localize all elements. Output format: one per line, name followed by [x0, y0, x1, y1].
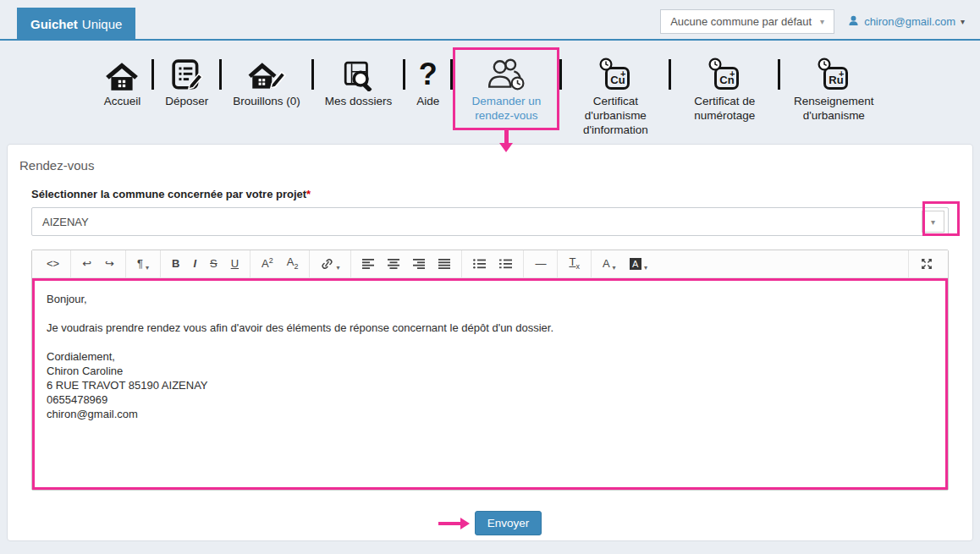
toolbar-group: — — [523, 250, 557, 277]
editor-text-line: chiron@gmail.com — [47, 407, 933, 421]
subscript-icon[interactable]: A2 — [280, 254, 306, 273]
italic-icon[interactable]: I — [186, 255, 203, 272]
nav-item-certificat-urbanisme-information[interactable]: Cu+Certificat d'urbanisme d'information — [562, 47, 669, 142]
nav-item-mes-dossiers[interactable]: Mes dossiers — [314, 47, 404, 113]
default-commune-value: Aucune commune par défaut — [670, 15, 812, 28]
toolbar-group: ▾ — [309, 250, 350, 277]
align-left-icon[interactable] — [355, 256, 381, 272]
nav-item-label: Brouillons (0) — [233, 95, 300, 109]
commune-select[interactable]: AIZENAY ▾ — [31, 207, 949, 236]
toolbar-right — [908, 250, 944, 277]
cert-icon: Ru+ — [817, 52, 851, 91]
app-header: Guichet Unique Aucune commune par défaut… — [0, 0, 980, 41]
nav-item-label: Aide — [416, 95, 439, 109]
font-color-icon[interactable]: A▾ — [596, 255, 623, 272]
annotation-arrow-send — [438, 518, 470, 529]
align-right-icon[interactable] — [406, 256, 432, 272]
user-email: chiron@gmail.com — [864, 15, 955, 28]
nav-item-aide[interactable]: ?Aide — [405, 47, 450, 113]
rendez-vous-panel: Rendez-vous Sélectionner la commune conc… — [7, 144, 973, 541]
link-icon[interactable]: ▾ — [314, 255, 346, 272]
brand-bold: Guichet — [30, 17, 78, 31]
toolbar-group: ¶▾ — [125, 250, 160, 277]
undo-icon[interactable]: ↩ — [75, 255, 98, 272]
header-right: Aucune commune par défaut ▾ chiron@gmail… — [660, 9, 965, 34]
toolbar-group: Tx — [557, 250, 590, 277]
people-clock-icon — [485, 52, 527, 91]
main-nav: AccueilDéposerBrouillons (0)Mes dossiers… — [0, 41, 980, 144]
editor-text-line: Cordialement, — [47, 349, 933, 364]
user-icon — [848, 15, 859, 29]
annotation-arrow-nav — [499, 130, 513, 152]
clear-format-icon[interactable]: Tx — [562, 254, 586, 273]
plan-magnifier-icon — [342, 52, 376, 91]
send-button[interactable]: Envoyer — [475, 511, 542, 535]
form-pencil-icon — [171, 52, 203, 91]
toolbar-group: A▾A▾ — [591, 250, 658, 277]
editor-text-line: Je voudrais prendre rendez vous afin d'a… — [47, 321, 933, 335]
nav-item-accueil[interactable]: Accueil — [93, 47, 152, 113]
strikethrough-icon[interactable]: S — [203, 255, 224, 272]
unordered-list-icon[interactable] — [466, 256, 493, 272]
home-icon — [104, 52, 140, 91]
toolbar-group — [461, 250, 523, 277]
page-title: Rendez-vous — [19, 158, 949, 173]
paragraph-style-icon[interactable]: ¶▾ — [130, 255, 156, 272]
message-editor: <>↩↪¶▾BISUA2A2▾—TxA▾A▾ Bonjour, Je voudr… — [31, 250, 949, 491]
editor-text-line: Chiron Caroline — [47, 364, 933, 378]
chevron-down-icon: ▾ — [820, 17, 824, 26]
align-justify-icon[interactable] — [432, 256, 457, 272]
toolbar-group: ↩↪ — [70, 250, 125, 277]
underline-icon[interactable]: U — [224, 255, 245, 272]
nav-item-label: Déposer — [165, 95, 208, 109]
required-marker: * — [306, 188, 311, 200]
nav-item-label: Certificat d'urbanisme d'information — [573, 95, 658, 138]
superscript-icon[interactable]: A2 — [255, 255, 280, 273]
nav-item-renseignement-urbanisme[interactable]: Ru+Renseignement d'urbanisme — [780, 47, 887, 128]
editor-text-line — [47, 306, 933, 321]
nav-item-label: Certificat de numérotage — [682, 95, 767, 123]
ordered-list-icon[interactable] — [493, 256, 519, 272]
question-mark-icon: ? — [419, 52, 438, 91]
nav-item-label: Mes dossiers — [325, 95, 393, 109]
chevron-down-icon: ▾ — [931, 217, 935, 227]
editor-text-line — [47, 335, 933, 349]
commune-field-label-text: Sélectionner la commune concernée par vo… — [31, 188, 306, 200]
send-row: Envoyer — [31, 511, 949, 535]
default-commune-dropdown[interactable]: Aucune commune par défaut ▾ — [660, 9, 834, 34]
redo-icon[interactable]: ↪ — [98, 255, 121, 272]
nav-item-deposer[interactable]: Déposer — [154, 47, 219, 113]
commune-field-label: Sélectionner la commune concernée par vo… — [31, 188, 949, 200]
nav-item-label: Demander un rendez-vous — [464, 95, 548, 123]
cert-icon: Cn+ — [707, 52, 741, 91]
message-editor-content[interactable]: Bonjour, Je voudrais prendre rendez vous… — [32, 278, 948, 490]
cert-icon: Cu+ — [598, 52, 632, 91]
toolbar-spacer — [658, 250, 908, 277]
nav-item-certificat-numerotage[interactable]: Cn+Certificat de numérotage — [671, 47, 778, 128]
toolbar-group: BISU — [160, 250, 250, 277]
editor-text-line: Bonjour, — [47, 292, 933, 306]
editor-text-line: 6 RUE TRAVOT 85190 AIZENAY — [47, 378, 933, 392]
commune-select-value: AIZENAY — [42, 216, 89, 228]
nav-item-brouillons[interactable]: Brouillons (0) — [222, 47, 311, 113]
editor-text-line: 0655478969 — [47, 392, 933, 407]
fullscreen-icon[interactable] — [914, 255, 939, 272]
code-view-icon[interactable]: <> — [40, 255, 66, 272]
toolbar-group: <> — [36, 250, 70, 277]
commune-select-dropdown-button[interactable]: ▾ — [922, 211, 944, 233]
toolbar-group: A2A2 — [250, 250, 309, 277]
brand-regular: Unique — [82, 17, 123, 31]
nav-item-label: Renseignement d'urbanisme — [791, 95, 876, 123]
user-menu[interactable]: chiron@gmail.com ▾ — [848, 15, 965, 29]
align-center-icon[interactable] — [381, 256, 406, 272]
toolbar-group — [350, 250, 461, 277]
editor-toolbar: <>↩↪¶▾BISUA2A2▾—TxA▾A▾ — [32, 250, 948, 278]
nav-item-demander-rendez-vous[interactable]: Demander un rendez-vous — [453, 47, 559, 130]
app-logo[interactable]: Guichet Unique — [17, 8, 135, 41]
horizontal-rule-icon[interactable]: — — [528, 255, 553, 272]
bold-icon[interactable]: B — [165, 255, 186, 272]
house-pencil-icon — [247, 52, 286, 91]
nav-item-label: Accueil — [104, 95, 141, 109]
background-color-icon[interactable]: A▾ — [623, 255, 654, 272]
chevron-down-icon: ▾ — [961, 17, 965, 26]
